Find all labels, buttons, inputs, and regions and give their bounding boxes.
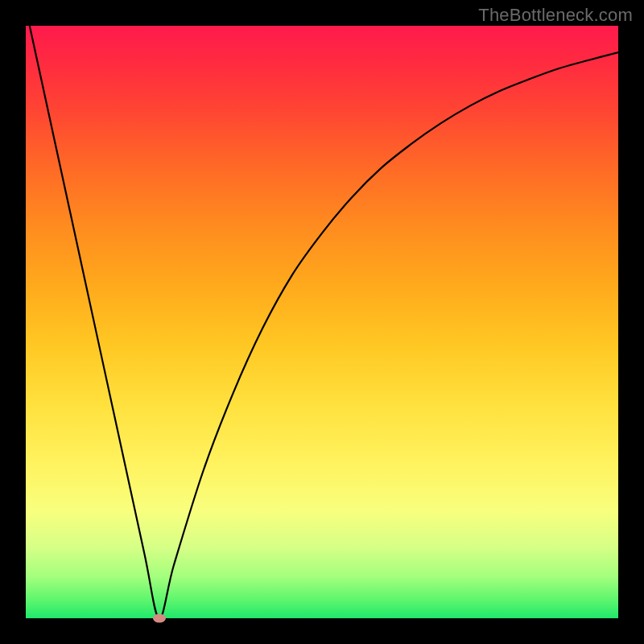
watermark-text: TheBottleneck.com <box>478 5 633 26</box>
plot-area <box>26 26 618 618</box>
min-point-marker <box>153 614 166 623</box>
curve-svg <box>26 26 618 618</box>
bottleneck-curve <box>26 26 618 618</box>
chart-frame: TheBottleneck.com <box>0 0 644 644</box>
